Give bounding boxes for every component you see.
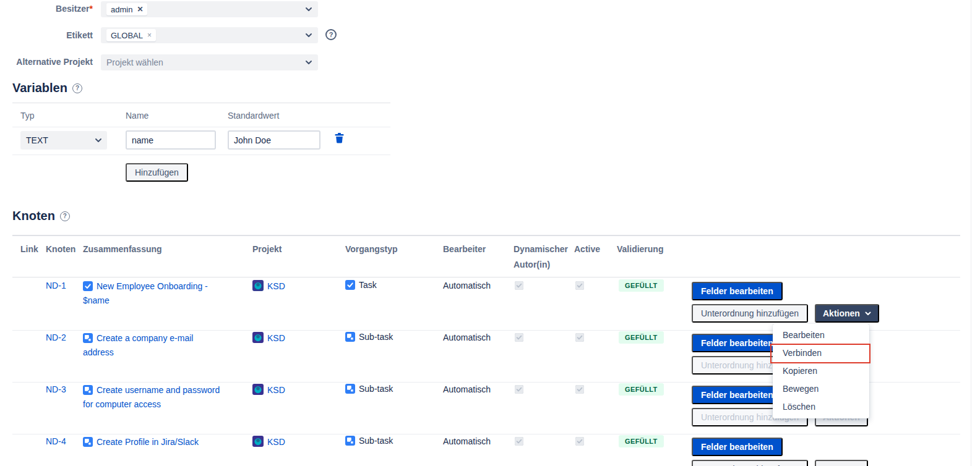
- node-id-link[interactable]: ND-2: [46, 333, 66, 342]
- project-avatar-icon: [252, 332, 264, 345]
- add-subtask-button[interactable]: Unterordnung hinzufügen: [692, 460, 808, 466]
- active-checkbox: [575, 385, 584, 394]
- question-circle-icon[interactable]: ?: [60, 211, 70, 221]
- project-text: KSD: [267, 437, 285, 447]
- chip-remove-icon[interactable]: ×: [147, 31, 152, 40]
- var-col-name: Name: [126, 111, 148, 121]
- chevron-down-icon: [305, 7, 312, 12]
- issue-type-cell: Sub-task: [345, 332, 393, 344]
- var-col-typ: Typ: [20, 111, 35, 121]
- col-project: Projekt: [252, 244, 282, 254]
- project-link[interactable]: KSD: [252, 332, 285, 345]
- dynamic-author-checkbox: [515, 281, 523, 290]
- chip-remove-icon[interactable]: ✕: [137, 5, 143, 14]
- chevron-down-icon: [305, 60, 312, 65]
- table-top-border: [12, 235, 960, 236]
- task-icon: [345, 280, 355, 292]
- owner-select[interactable]: admin ✕: [101, 1, 318, 17]
- issue-type-text: Task: [359, 280, 377, 290]
- node-id-link[interactable]: ND-4: [46, 436, 66, 446]
- divider: [12, 103, 390, 103]
- validation-badge: GEFÜLLT: [619, 279, 664, 292]
- project-avatar-icon: [252, 280, 264, 293]
- owner-chip: admin ✕: [106, 3, 147, 15]
- col-assignee: Bearbeiter: [443, 244, 486, 254]
- project-avatar-icon: [252, 384, 264, 397]
- actions-button[interactable]: Aktionen: [815, 460, 868, 466]
- add-variable-button[interactable]: Hinzufügen: [126, 163, 188, 182]
- var-name-input[interactable]: [126, 130, 216, 150]
- var-col-default: Standardwert: [228, 111, 279, 121]
- menu-item-bearbeiten[interactable]: Bearbeiten: [773, 326, 869, 344]
- menu-item-loeschen[interactable]: Löschen: [773, 398, 869, 416]
- project-link[interactable]: KSD: [252, 436, 285, 449]
- etikett-label: Etikett: [0, 28, 93, 43]
- subtask-icon: [83, 437, 93, 450]
- node-summary-link[interactable]: Create username and password for compute…: [83, 384, 225, 410]
- project-link[interactable]: KSD: [252, 280, 285, 293]
- project-text: KSD: [267, 333, 285, 343]
- etikett-chip-label: GLOBAL: [111, 31, 143, 40]
- project-text: KSD: [267, 281, 285, 291]
- validation-badge: GEFÜLLT: [619, 435, 664, 447]
- edit-fields-button[interactable]: Felder bearbeiten: [692, 438, 783, 456]
- edit-fields-button[interactable]: Felder bearbeiten: [692, 282, 783, 300]
- add-subtask-button[interactable]: Unterordnung hinzufügen: [692, 304, 808, 323]
- divider: [12, 127, 390, 127]
- node-summary-link[interactable]: New Employee Onboarding - $name: [83, 280, 225, 307]
- assignee-text: Automatisch: [443, 384, 491, 394]
- etikett-select[interactable]: GLOBAL ×: [101, 27, 318, 43]
- summary-text: Create username and password for compute…: [83, 385, 220, 409]
- chevron-down-icon: [865, 311, 871, 316]
- col-active: Active: [574, 244, 600, 254]
- assignee-text: Automatisch: [443, 436, 491, 446]
- validation-badge: GEFÜLLT: [619, 331, 664, 344]
- col-summary: Zusammenfassung: [83, 244, 162, 254]
- var-default-input[interactable]: [228, 130, 320, 150]
- dynamic-author-checkbox: [515, 437, 523, 446]
- col-issue-type: Vorgangstyp: [345, 244, 398, 254]
- edit-fields-button[interactable]: Felder bearbeiten: [692, 334, 783, 352]
- scrollbar-track-line: [971, 0, 971, 466]
- subtask-icon: [345, 384, 355, 396]
- question-circle-icon[interactable]: ?: [72, 83, 82, 93]
- var-type-select[interactable]: TEXT: [20, 131, 107, 150]
- question-circle-icon[interactable]: ?: [325, 29, 337, 40]
- edit-fields-button[interactable]: Felder bearbeiten: [692, 386, 783, 404]
- node-id-link[interactable]: ND-3: [46, 384, 66, 394]
- node-id-link[interactable]: ND-1: [46, 281, 66, 290]
- annotation-highlight-box: [770, 344, 870, 363]
- col-dynamic-author-line2: Autor(in): [514, 260, 550, 269]
- actions-button[interactable]: Aktionen: [815, 304, 879, 323]
- subtask-icon: [345, 436, 355, 447]
- subtask-icon: [83, 385, 93, 398]
- node-summary-link[interactable]: Create Profile in Jira/Slack: [83, 436, 225, 450]
- alt-project-select[interactable]: Projekt wählen: [101, 54, 318, 70]
- col-validation: Validierung: [617, 244, 663, 254]
- issue-type-text: Sub-task: [359, 332, 393, 342]
- validation-badge: GEFÜLLT: [619, 383, 664, 396]
- col-link: Link: [20, 244, 38, 254]
- project-link[interactable]: KSD: [252, 384, 285, 397]
- dynamic-author-checkbox: [515, 385, 523, 394]
- nodes-section-title: Knoten ?: [12, 209, 70, 223]
- actions-button-label: Aktionen: [823, 308, 860, 318]
- chevron-down-icon: [305, 33, 312, 38]
- row-divider: [12, 434, 960, 434]
- dynamic-author-checkbox: [515, 333, 523, 342]
- menu-item-bewegen[interactable]: Bewegen: [773, 380, 869, 398]
- variables-title-text: Variablen: [12, 81, 67, 95]
- etikett-chip: GLOBAL ×: [106, 29, 156, 41]
- summary-text: Create Profile in Jira/Slack: [97, 437, 199, 447]
- task-icon: [83, 281, 93, 294]
- issue-type-cell: Sub-task: [345, 436, 393, 447]
- menu-item-kopieren[interactable]: Kopieren: [773, 362, 869, 380]
- owner-label: Besitzer*: [0, 1, 93, 17]
- alt-project-placeholder: Projekt wählen: [106, 57, 163, 67]
- trash-icon[interactable]: [334, 132, 345, 145]
- owner-label-text: Besitzer: [56, 4, 89, 14]
- node-summary-link[interactable]: Create a company e-mail address: [83, 332, 225, 358]
- alt-project-label: Alternative Projekt: [0, 54, 93, 70]
- var-type-value: TEXT: [26, 135, 48, 145]
- issue-type-cell: Task: [345, 280, 377, 292]
